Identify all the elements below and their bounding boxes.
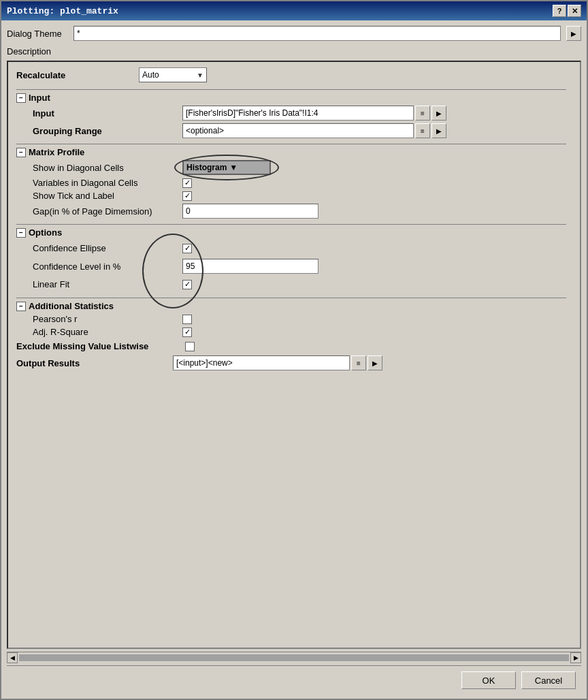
grouping-field-group: ≡ ▶: [182, 123, 446, 138]
confidence-level-row: Confidence Level in %: [16, 259, 566, 274]
show-tick-row: Show Tick and Label: [16, 191, 566, 201]
output-arrow-button[interactable]: ▶: [368, 355, 382, 370]
grouping-label: Grouping Range: [33, 126, 182, 136]
scroll-track[interactable]: [19, 654, 569, 661]
help-button[interactable]: ?: [553, 5, 566, 17]
adj-r-row: Adj. R-Square: [16, 327, 566, 337]
options-header: − Options: [16, 224, 566, 238]
grouping-arrow-button[interactable]: ▶: [431, 123, 446, 138]
output-label: Output Results: [16, 358, 173, 368]
output-icon-button[interactable]: ≡: [351, 355, 366, 370]
theme-label: Dialog Theme: [7, 29, 68, 39]
exclude-row: Exclude Missing Value Listwise: [16, 341, 566, 351]
dialog-window: Plotting: plot_matrix ? ✕ Dialog Theme ▶…: [0, 0, 588, 700]
recalculate-value: Auto: [142, 70, 194, 80]
show-diagonal-arrow: ▼: [229, 163, 238, 172]
recalculate-row: Recalculate Auto ▼: [16, 67, 566, 82]
options-collapse-button[interactable]: −: [16, 228, 26, 238]
matrix-profile-label: Matrix Profile: [29, 147, 84, 157]
scroll-right-button[interactable]: ▶: [570, 652, 581, 663]
show-diagonal-value: Histogram: [186, 163, 227, 172]
additional-stats-label: Additional Statistics: [29, 301, 114, 311]
title-bar-buttons: ? ✕: [553, 5, 581, 17]
scroll-left-button[interactable]: ◀: [7, 652, 18, 663]
description-label: Description: [7, 45, 581, 58]
adj-r-label: Adj. R-Square: [33, 327, 182, 337]
input-collapse-button[interactable]: −: [16, 93, 26, 103]
show-tick-label: Show Tick and Label: [33, 191, 182, 201]
linear-fit-checkbox[interactable]: [182, 280, 192, 289]
exclude-checkbox[interactable]: [185, 342, 195, 351]
additional-stats-collapse-button[interactable]: −: [16, 302, 26, 311]
variables-diagonal-label: Variables in Diagonal Cells: [33, 178, 182, 188]
gap-input[interactable]: [182, 204, 318, 219]
recalculate-select[interactable]: Auto ▼: [139, 67, 207, 82]
variables-diagonal-row: Variables in Diagonal Cells: [16, 178, 566, 188]
input-field[interactable]: [182, 106, 414, 121]
scroll-area[interactable]: Recalculate Auto ▼ − Input Input ≡: [7, 61, 581, 649]
linear-fit-label: Linear Fit: [33, 279, 182, 289]
additional-stats-header: − Additional Statistics: [16, 298, 566, 311]
show-diagonal-row: Show in Diagonal Cells Histogram ▼: [16, 160, 566, 175]
confidence-ellipse-label: Confidence Ellipse: [33, 243, 182, 253]
pearsons-row: Pearson's r: [16, 314, 566, 324]
confidence-level-input[interactable]: [182, 259, 318, 274]
input-field-group: ≡ ▶: [182, 106, 446, 121]
matrix-collapse-button[interactable]: −: [16, 148, 26, 157]
input-row: Input ≡ ▶: [16, 106, 566, 121]
confidence-ellipse-checkbox[interactable]: [182, 244, 192, 253]
theme-row: Dialog Theme ▶: [7, 25, 581, 42]
grouping-icon-button[interactable]: ≡: [415, 123, 430, 138]
title-bar-text: Plotting: plot_matrix: [7, 6, 118, 16]
exclude-label: Exclude Missing Value Listwise: [16, 341, 180, 351]
grouping-field[interactable]: [182, 123, 414, 138]
pearsons-checkbox[interactable]: [182, 315, 192, 324]
circled-options-area: Confidence Ellipse Confidence Level in %…: [16, 240, 566, 292]
variables-diagonal-checkbox[interactable]: [182, 178, 192, 188]
pearsons-label: Pearson's r: [33, 314, 182, 324]
recalculate-arrow: ▼: [197, 71, 203, 79]
input-section-header: − Input: [16, 89, 566, 103]
output-field[interactable]: [173, 355, 350, 370]
output-field-group: ≡ ▶: [173, 355, 382, 370]
grouping-row: Grouping Range ≡ ▶: [16, 123, 566, 138]
theme-input[interactable]: [74, 26, 561, 41]
cancel-button[interactable]: Cancel: [521, 671, 576, 689]
title-bar: Plotting: plot_matrix ? ✕: [1, 1, 587, 20]
adj-r-checkbox[interactable]: [182, 328, 192, 337]
ok-button[interactable]: OK: [461, 671, 516, 689]
action-bar: OK Cancel: [7, 665, 581, 695]
options-label: Options: [29, 227, 62, 238]
show-diagonal-dropdown-wrapper: Histogram ▼: [182, 160, 271, 175]
theme-arrow-button[interactable]: ▶: [566, 26, 581, 41]
input-arrow-button[interactable]: ▶: [431, 106, 446, 121]
output-row: Output Results ≡ ▶: [16, 355, 566, 370]
dialog-body: Dialog Theme ▶ Description Recalculate A…: [1, 20, 587, 699]
input-icon-button[interactable]: ≡: [415, 106, 430, 121]
input-section-label: Input: [29, 93, 50, 103]
confidence-level-label: Confidence Level in %: [33, 261, 182, 272]
show-tick-checkbox[interactable]: [182, 191, 192, 201]
scroll-inner: Recalculate Auto ▼ − Input Input ≡: [8, 62, 580, 379]
confidence-ellipse-row: Confidence Ellipse: [16, 243, 566, 253]
recalculate-label: Recalculate: [16, 70, 139, 80]
input-label: Input: [33, 108, 182, 118]
gap-row: Gap(in % of Page Dimemsion): [16, 204, 566, 219]
close-button[interactable]: ✕: [568, 5, 581, 17]
matrix-profile-header: − Matrix Profile: [16, 144, 566, 157]
show-diagonal-select[interactable]: Histogram ▼: [182, 160, 271, 175]
linear-fit-row: Linear Fit: [16, 279, 566, 289]
show-diagonal-label: Show in Diagonal Cells: [33, 163, 182, 173]
horizontal-scrollbar: ◀ ▶: [7, 652, 581, 663]
gap-label: Gap(in % of Page Dimemsion): [33, 206, 182, 217]
